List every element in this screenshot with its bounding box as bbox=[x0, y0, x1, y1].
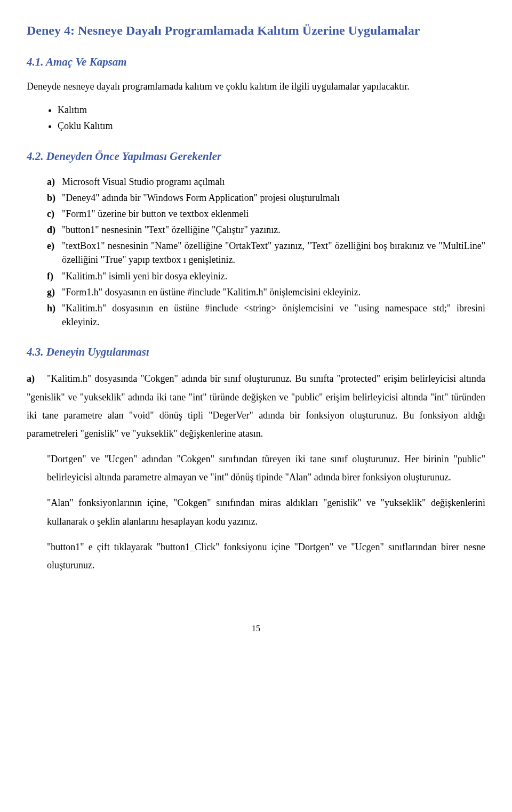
list-marker: f) bbox=[47, 269, 53, 283]
section-4-1-head: 4.1. Amaç Ve Kapsam bbox=[27, 54, 485, 70]
list-item: c)"Form1" üzerine bir button ve textbox … bbox=[47, 206, 485, 222]
list-text: "Deney4" adında bir "Windows Form Applic… bbox=[62, 192, 340, 203]
list-item: b)"Deney4" adında bir "Windows Form Appl… bbox=[47, 190, 485, 206]
list-marker: h) bbox=[47, 301, 55, 315]
list-item: g)"Form1.h" dosyasının en üstüne #includ… bbox=[47, 284, 485, 300]
list-item: a)Microsoft Visual Studio programı açılm… bbox=[47, 174, 485, 190]
paragraph: a)"Kalitim.h" dosyasında "Cokgen" adında… bbox=[27, 369, 485, 443]
list-item: e)"textBox1" nesnesinin "Name" özelliğin… bbox=[47, 238, 485, 268]
topic-list: Kalıtım Çoklu Kalıtım bbox=[27, 102, 485, 134]
list-text: Microsoft Visual Studio programı açılmal… bbox=[62, 176, 225, 187]
list-text: "textBox1" nesnesinin "Name" özelliğine … bbox=[62, 240, 485, 265]
list-marker: b) bbox=[47, 191, 55, 205]
list-text: "Form1" üzerine bir button ve textbox ek… bbox=[62, 208, 249, 219]
list-item: d)"button1" nesnesinin "Text" özelliğine… bbox=[47, 222, 485, 238]
prep-list: a)Microsoft Visual Studio programı açılm… bbox=[27, 174, 485, 330]
topic-item: Kalıtım bbox=[58, 102, 485, 118]
section-4-3-head: 4.3. Deneyin Uygulanması bbox=[27, 344, 485, 360]
section-4-3-body: a)"Kalitim.h" dosyasında "Cokgen" adında… bbox=[27, 369, 485, 574]
list-marker: d) bbox=[47, 223, 55, 237]
list-item: f)"Kalitim.h" isimli yeni bir dosya ekle… bbox=[47, 268, 485, 284]
list-text: "Kalitim.h" dosyasının en üstüne #includ… bbox=[62, 303, 485, 327]
section-4-1-intro: Deneyde nesneye dayalı programlamada kal… bbox=[27, 79, 485, 93]
list-marker: e) bbox=[47, 239, 54, 253]
list-marker: g) bbox=[47, 285, 55, 299]
list-text: "Form1.h" dosyasının en üstüne #include … bbox=[62, 287, 361, 298]
paragraph: "Alan" fonksiyonlarının içine, "Cokgen" … bbox=[47, 494, 485, 530]
list-marker: a) bbox=[47, 175, 55, 189]
paragraph: "button1" e çift tıklayarak "button1_Cli… bbox=[47, 538, 485, 574]
section-4-2-head: 4.2. Deneyden Önce Yapılması Gerekenler bbox=[27, 148, 485, 164]
list-text: "button1" nesnesinin "Text" özelliğine "… bbox=[62, 224, 281, 235]
paragraph-text: "Kalitim.h" dosyasında "Cokgen" adında b… bbox=[27, 373, 485, 439]
page-number: 15 bbox=[27, 622, 485, 634]
list-marker: a) bbox=[27, 369, 47, 388]
list-item: h)"Kalitim.h" dosyasının en üstüne #incl… bbox=[47, 300, 485, 330]
list-marker: c) bbox=[47, 207, 54, 221]
list-text: "Kalitim.h" isimli yeni bir dosya ekleyi… bbox=[62, 271, 227, 282]
topic-item: Çoklu Kalıtım bbox=[58, 118, 485, 134]
paragraph: "Dortgen" ve "Ucgen" adından "Cokgen" sı… bbox=[47, 450, 485, 486]
page-title: Deney 4: Nesneye Dayalı Programlamada Ka… bbox=[27, 21, 485, 40]
